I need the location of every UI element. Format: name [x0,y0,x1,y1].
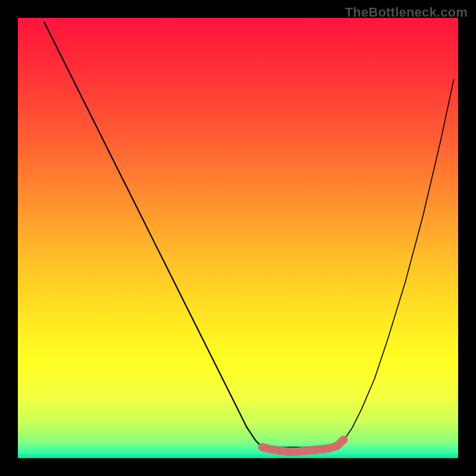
chart-frame: TheBottleneck.com [0,0,476,476]
plot-area [18,18,458,458]
svg-point-6 [303,447,309,453]
svg-point-7 [312,447,318,453]
svg-point-3 [277,447,283,453]
svg-point-8 [321,446,327,452]
svg-point-11 [341,437,347,443]
svg-point-9 [327,445,333,451]
svg-point-5 [295,449,300,455]
watermark-text: TheBottleneck.com [345,5,468,20]
svg-point-4 [286,449,292,455]
svg-point-1 [259,444,266,451]
svg-rect-0 [18,18,458,458]
bottleneck-curve-chart [18,18,458,458]
svg-point-2 [268,446,274,452]
svg-point-10 [334,442,341,449]
